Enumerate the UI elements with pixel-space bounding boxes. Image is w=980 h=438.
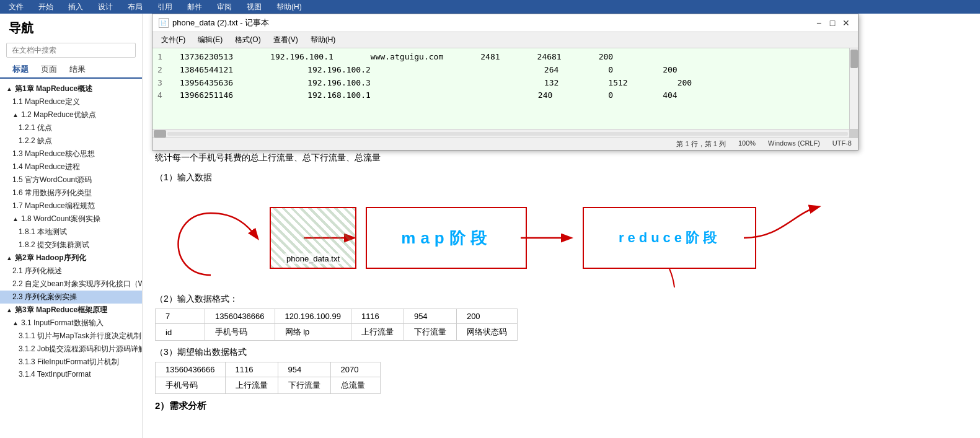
- top-menubar: 文件 开始 插入 设计 布局 引用 邮件 审阅 视图 帮助(H): [0, 0, 980, 14]
- window-controls: − □ ✕: [813, 17, 852, 28]
- tree-item-c3-1-2[interactable]: 3.1.2 Job提交流程源码和切片源码详解: [0, 343, 142, 356]
- notepad-statusbar: 第 1 行，第 1 列 100% Windows (CRLF) UTF-8: [152, 138, 858, 150]
- notepad-menubar: 文件(F) 编辑(E) 格式(O) 查看(V) 帮助(H): [152, 32, 858, 48]
- sidebar: 导航 标题 页面 结果 ▲第1章 MapReduce概述 1.1 MapRedu…: [0, 14, 143, 438]
- tree-item-c2-1[interactable]: 2.1 序列化概述: [0, 265, 142, 278]
- menu-ref[interactable]: 引用: [154, 1, 176, 14]
- notepad-row-3: 3 13956435636 192.196.100.3 132 1512 200: [157, 77, 853, 90]
- menu-insert[interactable]: 插入: [64, 1, 87, 14]
- menu-review[interactable]: 审阅: [213, 1, 236, 14]
- tree-item-c1-5[interactable]: 1.5 官方WordCount源码: [0, 173, 142, 186]
- notepad-title-text: phone_data (2).txt - 记事本: [172, 17, 810, 28]
- section-needs: 2）需求分析: [155, 400, 968, 412]
- notepad-line-ending: Windows (CRLF): [768, 139, 820, 149]
- notepad-row-1: 1 13736230513 192.196.100.1 www.atguigu.…: [157, 51, 853, 64]
- minimize-button[interactable]: −: [813, 17, 824, 28]
- output-table-row2: 手机号码 上行流量 下行流量 总流量: [156, 377, 381, 394]
- np-menu-format[interactable]: 格式(O): [230, 33, 265, 46]
- tree-item-c1-7[interactable]: 1.7 MapReduce编程规范: [0, 199, 142, 212]
- tree-item-c3[interactable]: ▲第3章 MapReduce框架原理: [0, 304, 142, 317]
- maximize-button[interactable]: □: [827, 17, 838, 28]
- notepad-window: 📄 phone_data (2).txt - 记事本 − □ ✕ 文件(F) 编…: [152, 14, 859, 151]
- tree-item-c1-8-2[interactable]: 1.8.2 提交到集群测试: [0, 239, 142, 252]
- notepad-content[interactable]: 1 13736230513 192.196.100.1 www.atguigu.…: [152, 48, 858, 129]
- sidebar-search-input[interactable]: [6, 43, 136, 58]
- reduce-stage-box: reduce阶段: [583, 207, 756, 269]
- tree-item-c1-2[interactable]: ▲1.2 MapReduce优缺点: [0, 108, 142, 121]
- tree-item-c1-2-1[interactable]: 1.2.1 优点: [0, 121, 142, 134]
- menu-mail[interactable]: 邮件: [183, 1, 206, 14]
- tree-item-c1-8[interactable]: ▲1.8 WordCount案例实操: [0, 212, 142, 226]
- tree-item-c1-4[interactable]: 1.4 MapReduce进程: [0, 160, 142, 173]
- notepad-scrollbar[interactable]: [849, 48, 858, 129]
- menu-design[interactable]: 设计: [94, 1, 117, 14]
- notepad-zoom: 100%: [738, 139, 756, 149]
- doc-description: 统计每一个手机号耗费的总上行流量、总下行流量、总流量: [155, 152, 968, 164]
- output-table-row1: 13560436666 1116 954 2070: [156, 362, 381, 377]
- notepad-row-2: 2 13846544121 192.196.100.2 264 0 200: [157, 64, 853, 77]
- tab-headings[interactable]: 标题: [6, 61, 35, 79]
- tree-item-c3-1-1[interactable]: 3.1.1 切片与MapTask并行度决定机制: [0, 330, 142, 343]
- section3-label: （3）期望输出数据格式: [155, 347, 968, 358]
- close-button[interactable]: ✕: [841, 17, 852, 28]
- tree-item-c2[interactable]: ▲第2章 Hadoop序列化: [0, 252, 142, 265]
- tree-item-c1-1[interactable]: 1.1 MapReduce定义: [0, 95, 142, 108]
- tab-pages[interactable]: 页面: [35, 61, 63, 77]
- notepad-position: 第 1 行，第 1 列: [676, 139, 725, 149]
- tree-item-c3-1-4[interactable]: 3.1.4 TextInputFormat: [0, 369, 142, 380]
- tree-item-c1-6[interactable]: 1.6 常用数据序列化类型: [0, 186, 142, 199]
- tree-item-c1[interactable]: ▲第1章 MapReduce概述: [0, 82, 142, 95]
- phone-data-box: phone_data.txt: [270, 207, 356, 269]
- section2-label: （2）输入数据格式：: [155, 294, 968, 305]
- notepad-row-4: 4 13966251146 192.168.100.1 240 0 404: [157, 89, 853, 102]
- doc-body: 统计每一个手机号耗费的总上行流量、总下行流量、总流量 （1）输入数据: [155, 152, 968, 412]
- input-table-row2: id 手机号码 网络 ip 上行流量 下行流量 网络状态码: [156, 324, 518, 341]
- tab-results[interactable]: 结果: [63, 61, 92, 77]
- notepad-app-icon: 📄: [159, 18, 169, 28]
- tree-item-c1-2-2[interactable]: 1.2.2 缺点: [0, 134, 142, 147]
- tree-item-c1-3[interactable]: 1.3 MapReduce核心思想: [0, 147, 142, 160]
- menu-file[interactable]: 文件: [5, 1, 27, 14]
- notepad-encoding: UTF-8: [832, 139, 852, 149]
- np-menu-file[interactable]: 文件(F): [156, 33, 190, 46]
- map-stage-box: map阶段: [366, 207, 527, 269]
- output-format-table: 13560436666 1116 954 2070 手机号码 上行流量 下行流量…: [155, 362, 381, 394]
- tree-item-c1-8-1[interactable]: 1.8.1 本地测试: [0, 226, 142, 239]
- np-menu-edit[interactable]: 编辑(E): [193, 33, 227, 46]
- menu-view[interactable]: 视图: [243, 1, 265, 14]
- np-menu-help[interactable]: 帮助(H): [306, 33, 341, 46]
- tree-item-c3-1-3[interactable]: 3.1.3 FileInputFormat切片机制: [0, 356, 142, 369]
- tree-item-c2-3[interactable]: 2.3 序列化案例实操: [0, 291, 142, 304]
- menu-help[interactable]: 帮助(H): [273, 1, 306, 14]
- menu-start[interactable]: 开始: [35, 1, 57, 14]
- tree-item-c3-1[interactable]: ▲3.1 InputFormat数据输入: [0, 317, 142, 330]
- input-format-table: 7 13560436666 120.196.100.99 1116 954 20…: [155, 309, 518, 341]
- menu-layout[interactable]: 布局: [124, 1, 146, 14]
- input-table-row1: 7 13560436666 120.196.100.99 1116 954 20…: [156, 309, 518, 324]
- section1-label: （1）输入数据: [155, 172, 968, 183]
- sidebar-tree: ▲第1章 MapReduce概述 1.1 MapReduce定义 ▲1.2 Ma…: [0, 79, 142, 438]
- sidebar-title: 导航: [0, 14, 142, 40]
- sidebar-tabs: 标题 页面 结果: [0, 61, 142, 79]
- np-menu-view[interactable]: 查看(V): [268, 33, 303, 46]
- main-content: 📄 phone_data (2).txt - 记事本 − □ ✕ 文件(F) 编…: [143, 14, 980, 438]
- notepad-titlebar: 📄 phone_data (2).txt - 记事本 − □ ✕: [152, 14, 858, 32]
- tree-item-c2-2[interactable]: 2.2 自定义bean对象实现序列化接口（Writable）: [0, 278, 142, 291]
